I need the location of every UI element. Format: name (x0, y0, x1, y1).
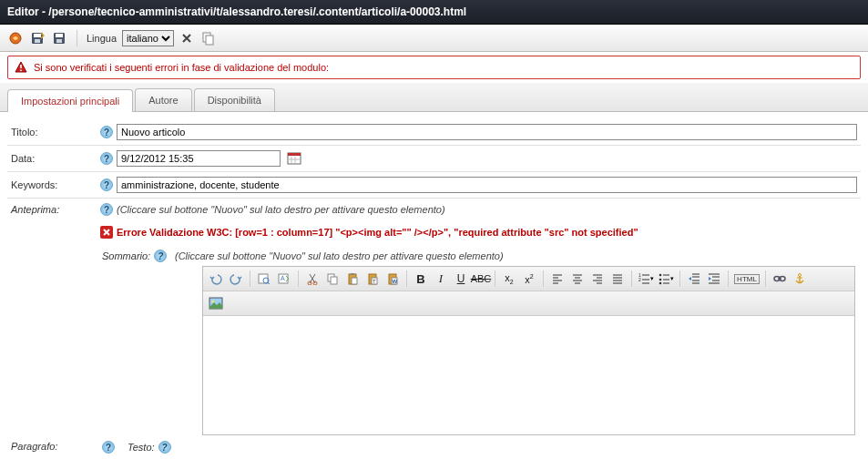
link-icon[interactable] (771, 270, 789, 288)
richtext-editor: A T W B I U ABC x2 x2 12▾ ▾ (202, 266, 855, 435)
replace-icon[interactable]: A (275, 270, 293, 288)
warning-icon (14, 60, 28, 75)
help-icon[interactable]: ? (100, 152, 113, 165)
svg-rect-24 (331, 277, 337, 284)
tab-impostazioni[interactable]: Impostazioni principali (7, 89, 133, 112)
svg-point-55 (659, 274, 662, 277)
keywords-input[interactable] (117, 177, 857, 193)
copy-icon[interactable] (323, 270, 342, 288)
lingua-select[interactable]: italiano (122, 30, 174, 46)
tab-autore[interactable]: Autore (135, 88, 191, 111)
svg-rect-26 (351, 273, 354, 275)
sommario-hint: (Cliccare sul bottone "Nuovo" sul lato d… (175, 250, 504, 261)
delete-locale-icon[interactable] (179, 31, 194, 46)
svg-text:2: 2 (638, 277, 641, 282)
help-icon[interactable]: ? (100, 178, 113, 191)
error-icon (100, 226, 113, 239)
superscript-icon[interactable]: x2 (520, 270, 538, 288)
toolbar-separator (765, 270, 766, 287)
underline-icon[interactable]: U (452, 270, 470, 288)
svg-rect-5 (56, 34, 63, 37)
tab-bar: Impostazioni principali Autore Disponibi… (0, 83, 868, 112)
data-input[interactable] (117, 150, 281, 167)
toolbar-separator (406, 270, 407, 287)
row-anteprima: Anteprima: ? (Cliccare sul bottone "Nuov… (7, 199, 861, 220)
window-titlebar: Editor - /persone/tecnico-amministrativi… (0, 0, 868, 25)
anteprima-label: Anteprima: (11, 204, 59, 215)
publish-icon[interactable] (7, 30, 24, 46)
toolbar-separator (728, 270, 729, 287)
toolbar-separator (495, 270, 495, 287)
help-icon[interactable]: ? (100, 203, 113, 216)
bold-icon[interactable]: B (412, 270, 430, 288)
svg-text:A: A (281, 275, 285, 281)
testo-label: Testo: (128, 442, 155, 453)
validation-error-banner: Si sono verificati i seguenti errori in … (7, 56, 861, 79)
align-left-icon[interactable] (548, 270, 567, 288)
editor-content-area[interactable] (203, 316, 854, 434)
align-right-icon[interactable] (588, 270, 607, 288)
undo-icon[interactable] (207, 270, 225, 288)
svg-line-18 (268, 282, 270, 284)
help-icon[interactable]: ? (102, 441, 115, 454)
toolbar-separator (679, 270, 680, 287)
error-banner-text: Si sono verificati i seguenti errori in … (34, 62, 329, 73)
paste-text-icon[interactable]: T (363, 270, 382, 288)
svg-rect-2 (34, 34, 41, 37)
tab-disponibilita[interactable]: Disponibilità (194, 88, 275, 111)
outdent-icon[interactable] (685, 270, 703, 288)
svg-rect-12 (288, 153, 301, 156)
svg-rect-27 (352, 278, 357, 284)
help-icon[interactable]: ? (154, 250, 167, 262)
svg-rect-10 (20, 70, 22, 72)
paste-word-icon[interactable]: W (383, 270, 402, 288)
validation-error-text: Errore Validazione W3C: [row=1 : column=… (117, 227, 857, 238)
align-justify-icon[interactable] (608, 270, 627, 288)
row-titolo: Titolo: ? (7, 119, 861, 146)
find-icon[interactable] (255, 270, 273, 288)
copy-locale-icon[interactable] (199, 30, 216, 46)
strikethrough-icon[interactable]: ABC (472, 270, 490, 288)
row-validation-error: Errore Validazione W3C: [row=1 : column=… (7, 220, 861, 244)
calendar-icon[interactable] (286, 150, 302, 167)
help-icon[interactable]: ? (100, 126, 113, 138)
align-center-icon[interactable] (568, 270, 587, 288)
unordered-list-icon[interactable]: ▾ (657, 270, 675, 288)
sommario-label: Sommario: (102, 250, 150, 261)
titolo-input[interactable] (117, 124, 857, 140)
lingua-label: Lingua (87, 33, 117, 44)
save-exit-icon[interactable] (29, 30, 46, 46)
paragrafo-label: Paragrafo: (11, 441, 57, 452)
image-icon[interactable] (207, 294, 225, 312)
editor-toolbar-1: A T W B I U ABC x2 x2 12▾ ▾ (203, 267, 854, 291)
titolo-label: Titolo: (11, 127, 38, 138)
main-toolbar: Lingua italiano (0, 25, 868, 52)
row-keywords: Keywords: ? (7, 172, 861, 199)
toolbar-separator (250, 270, 250, 287)
row-data: Data: ? (7, 146, 861, 172)
data-label: Data: (11, 153, 35, 164)
anchor-icon[interactable] (791, 270, 809, 288)
anteprima-hint: (Cliccare sul bottone "Nuovo" sul lato d… (117, 204, 445, 215)
save-icon[interactable] (51, 30, 67, 46)
source-html-button[interactable]: HTML (733, 270, 761, 288)
italic-icon[interactable]: I (432, 270, 450, 288)
indent-icon[interactable] (705, 270, 723, 288)
svg-text:T: T (373, 279, 376, 284)
svg-rect-9 (20, 65, 22, 68)
paste-icon[interactable] (343, 270, 362, 288)
window-title: Editor - /persone/tecnico-amministrativi… (7, 5, 466, 18)
svg-text:W: W (393, 279, 398, 284)
subscript-icon[interactable]: x2 (500, 270, 518, 288)
ordered-list-icon[interactable]: 12▾ (637, 270, 655, 288)
toolbar-separator (543, 270, 544, 287)
redo-icon[interactable] (227, 270, 245, 288)
svg-point-57 (659, 282, 662, 285)
row-sommario: Sommario: ? (Cliccare sul bottone "Nuovo… (7, 244, 861, 266)
svg-rect-8 (206, 36, 213, 45)
toolbar-separator (631, 270, 632, 287)
help-icon[interactable]: ? (158, 441, 171, 454)
cut-icon[interactable] (303, 270, 322, 288)
svg-rect-3 (35, 39, 40, 43)
keywords-label: Keywords: (11, 179, 57, 190)
